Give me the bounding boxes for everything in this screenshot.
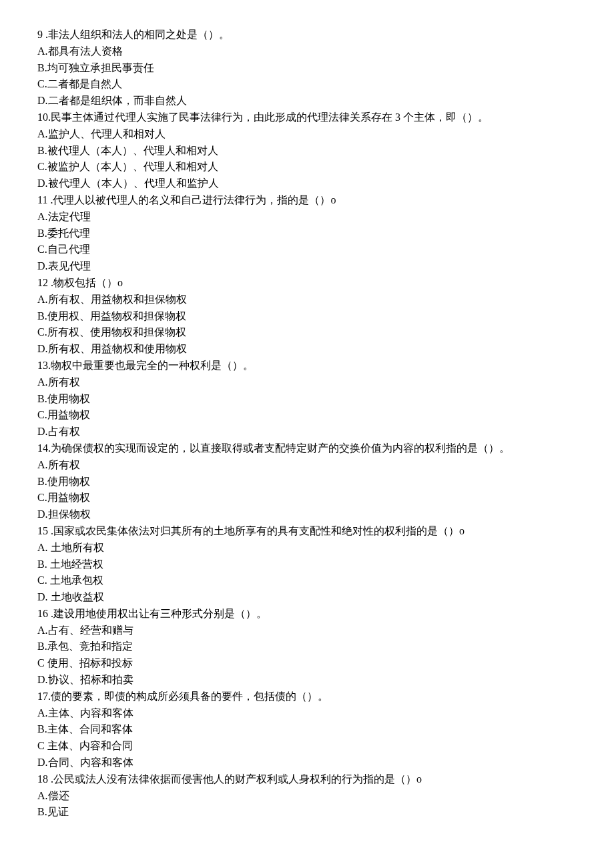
- question-option: A.法定代理: [37, 209, 577, 226]
- question-option: A.主体、内容和客体: [37, 705, 577, 722]
- question-stem: 12 .物权包括（）o: [37, 275, 577, 292]
- question-option: B. 土地经营权: [37, 556, 577, 573]
- question-option: D.协议、招标和拍卖: [37, 672, 577, 689]
- question-option: C.自己代理: [37, 242, 577, 258]
- question-option: C.用益物权: [37, 407, 577, 424]
- question-option: A.所有权、用益物权和担保物权: [37, 292, 577, 308]
- question-stem: 15 .国家或农民集体依法对归其所有的土地所享有的具有支配性和绝对性的权利指的是…: [37, 523, 577, 540]
- question-option: C. 土地承包权: [37, 572, 577, 589]
- question-stem: 16 .建设用地使用权出让有三种形式分别是（）。: [37, 606, 577, 622]
- question-option: B.使用物权: [37, 474, 577, 490]
- question-stem: 13.物权中最重要也最完全的一种权利是（）。: [37, 358, 577, 374]
- question-option: C.所有权、使用物权和担保物权: [37, 324, 577, 341]
- question-option: B.委托代理: [37, 226, 577, 242]
- question-option: C.用益物权: [37, 490, 577, 506]
- question-stem: 11 .代理人以被代理人的名义和自己进行法律行为，指的是（）o: [37, 192, 577, 209]
- question-stem: 10.民事主体通过代理人实施了民事法律行为，由此形成的代理法律关系存在 3 个主…: [37, 109, 577, 126]
- question-option: A.占有、经营和赠与: [37, 622, 577, 639]
- question-option: D.被代理人（本人）、代理人和监护人: [37, 175, 577, 192]
- question-option: B.被代理人（本人）、代理人和相对人: [37, 143, 577, 159]
- question-option: A.所有权: [37, 457, 577, 474]
- question-stem: 9 .非法人组织和法人的相同之处是（）。: [37, 27, 577, 43]
- question-option: D.担保物权: [37, 506, 577, 523]
- question-option: D.所有权、用益物权和使用物权: [37, 341, 577, 358]
- question-option: D.表见代理: [37, 258, 577, 275]
- question-option: C 使用、招标和投标: [37, 655, 577, 672]
- question-stem: 14.为确保债权的实现而设定的，以直接取得或者支配特定财产的交换价值为内容的权利…: [37, 440, 577, 457]
- question-stem: 17.债的要素，即债的构成所必须具备的要件，包括债的（）。: [37, 689, 577, 705]
- document-body: 9 .非法人组织和法人的相同之处是（）。A.都具有法人资格B.均可独立承担民事责…: [37, 27, 577, 821]
- question-option: C 主体、内容和合同: [37, 738, 577, 755]
- question-option: B.承包、竞拍和指定: [37, 638, 577, 655]
- question-option: A.监护人、代理人和相对人: [37, 126, 577, 143]
- question-option: C.二者都是自然人: [37, 76, 577, 93]
- question-option: B.见证: [37, 804, 577, 821]
- question-option: B.主体、合同和客体: [37, 721, 577, 738]
- question-option: A.都具有法人资格: [37, 43, 577, 60]
- question-option: A.偿还: [37, 788, 577, 805]
- question-option: D.合同、内容和客体: [37, 755, 577, 771]
- question-option: A. 土地所有权: [37, 540, 577, 556]
- question-option: A.所有权: [37, 374, 577, 391]
- question-option: D.二者都是组织体，而非自然人: [37, 93, 577, 109]
- question-option: B.使用权、用益物权和担保物权: [37, 308, 577, 325]
- question-option: B.使用物权: [37, 391, 577, 408]
- question-option: D.占有权: [37, 424, 577, 440]
- question-option: C.被监护人（本人）、代理人和相对人: [37, 159, 577, 175]
- question-option: D. 土地收益权: [37, 589, 577, 606]
- question-stem: 18 .公民或法人没有法律依据而侵害他人的财产权利或人身权利的行为指的是（）o: [37, 771, 577, 788]
- question-option: B.均可独立承担民事责任: [37, 60, 577, 77]
